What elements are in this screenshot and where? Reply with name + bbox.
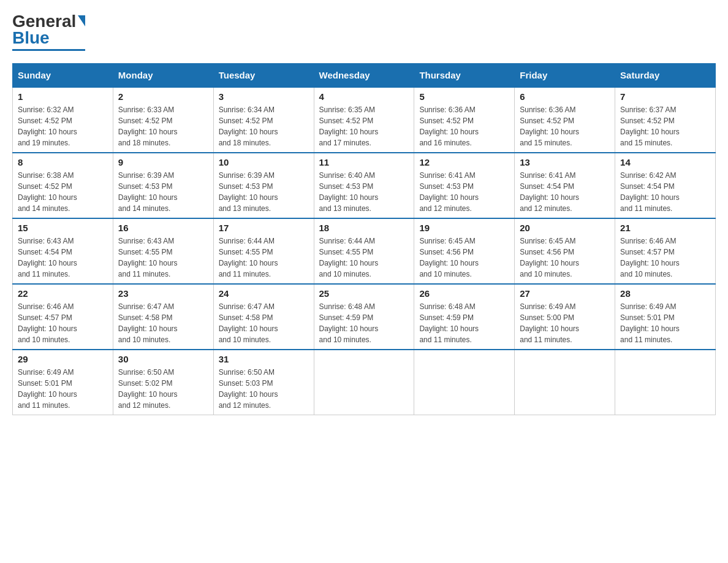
calendar-day-8: 8 Sunrise: 6:38 AM Sunset: 4:52 PM Dayli…: [13, 153, 113, 218]
day-number: 18: [319, 223, 409, 233]
day-info: Sunrise: 6:35 AM Sunset: 4:52 PM Dayligh…: [319, 104, 409, 148]
day-info: Sunrise: 6:49 AM Sunset: 5:00 PM Dayligh…: [520, 301, 610, 345]
day-info: Sunrise: 6:36 AM Sunset: 4:52 PM Dayligh…: [520, 104, 610, 148]
day-number: 17: [219, 223, 309, 233]
calendar-week-row: 22 Sunrise: 6:46 AM Sunset: 4:57 PM Dayl…: [13, 284, 716, 350]
calendar-day-11: 11 Sunrise: 6:40 AM Sunset: 4:53 PM Dayl…: [314, 153, 414, 218]
header-friday: Friday: [515, 63, 615, 87]
header-sunday: Sunday: [13, 63, 113, 87]
day-info: Sunrise: 6:33 AM Sunset: 4:52 PM Dayligh…: [118, 104, 208, 148]
calendar-day-30: 30 Sunrise: 6:50 AM Sunset: 5:02 PM Dayl…: [113, 350, 213, 415]
calendar-day-1: 1 Sunrise: 6:32 AM Sunset: 4:52 PM Dayli…: [13, 87, 113, 153]
day-number: 12: [419, 157, 509, 167]
calendar-day-14: 14 Sunrise: 6:42 AM Sunset: 4:54 PM Dayl…: [615, 153, 716, 218]
calendar-day-16: 16 Sunrise: 6:43 AM Sunset: 4:55 PM Dayl…: [113, 218, 213, 284]
calendar-week-row: 8 Sunrise: 6:38 AM Sunset: 4:52 PM Dayli…: [13, 153, 716, 218]
day-number: 22: [18, 288, 108, 299]
calendar-day-19: 19 Sunrise: 6:45 AM Sunset: 4:56 PM Dayl…: [414, 218, 515, 284]
calendar-week-row: 29 Sunrise: 6:49 AM Sunset: 5:01 PM Dayl…: [13, 350, 716, 415]
calendar-day-31: 31 Sunrise: 6:50 AM Sunset: 5:03 PM Dayl…: [213, 350, 314, 415]
day-number: 13: [520, 157, 610, 167]
day-number: 20: [520, 223, 610, 233]
calendar-week-row: 15 Sunrise: 6:43 AM Sunset: 4:54 PM Dayl…: [13, 218, 716, 284]
day-info: Sunrise: 6:38 AM Sunset: 4:52 PM Dayligh…: [18, 170, 108, 214]
calendar-day-2: 2 Sunrise: 6:33 AM Sunset: 4:52 PM Dayli…: [113, 87, 213, 153]
calendar-day-15: 15 Sunrise: 6:43 AM Sunset: 4:54 PM Dayl…: [13, 218, 113, 284]
calendar-day-17: 17 Sunrise: 6:44 AM Sunset: 4:55 PM Dayl…: [213, 218, 314, 284]
calendar-day-5: 5 Sunrise: 6:36 AM Sunset: 4:52 PM Dayli…: [414, 87, 515, 153]
page-header: General Blue: [12, 12, 716, 51]
day-number: 10: [219, 157, 309, 167]
day-number: 15: [18, 223, 108, 233]
day-number: 6: [520, 91, 610, 102]
day-number: 29: [18, 354, 108, 364]
calendar-day-7: 7 Sunrise: 6:37 AM Sunset: 4:52 PM Dayli…: [615, 87, 716, 153]
day-info: Sunrise: 6:50 AM Sunset: 5:03 PM Dayligh…: [219, 367, 309, 411]
calendar-table: SundayMondayTuesdayWednesdayThursdayFrid…: [12, 63, 716, 415]
day-info: Sunrise: 6:39 AM Sunset: 4:53 PM Dayligh…: [118, 170, 208, 214]
day-info: Sunrise: 6:46 AM Sunset: 4:57 PM Dayligh…: [620, 236, 710, 280]
day-info: Sunrise: 6:48 AM Sunset: 4:59 PM Dayligh…: [319, 301, 409, 345]
day-number: 14: [620, 157, 710, 167]
header-thursday: Thursday: [414, 63, 515, 87]
header-monday: Monday: [113, 63, 213, 87]
day-info: Sunrise: 6:50 AM Sunset: 5:02 PM Dayligh…: [118, 367, 208, 411]
day-number: 4: [319, 91, 409, 102]
day-info: Sunrise: 6:44 AM Sunset: 4:55 PM Dayligh…: [219, 236, 309, 280]
calendar-day-24: 24 Sunrise: 6:47 AM Sunset: 4:58 PM Dayl…: [213, 284, 314, 350]
logo-blue: Blue: [12, 29, 50, 48]
calendar-day-26: 26 Sunrise: 6:48 AM Sunset: 4:59 PM Dayl…: [414, 284, 515, 350]
day-info: Sunrise: 6:40 AM Sunset: 4:53 PM Dayligh…: [319, 170, 409, 214]
calendar-day-20: 20 Sunrise: 6:45 AM Sunset: 4:56 PM Dayl…: [515, 218, 615, 284]
empty-cell: [314, 350, 414, 415]
day-info: Sunrise: 6:42 AM Sunset: 4:54 PM Dayligh…: [620, 170, 710, 214]
day-number: 28: [620, 288, 710, 299]
calendar-day-27: 27 Sunrise: 6:49 AM Sunset: 5:00 PM Dayl…: [515, 284, 615, 350]
day-number: 23: [118, 288, 208, 299]
day-info: Sunrise: 6:32 AM Sunset: 4:52 PM Dayligh…: [18, 104, 108, 148]
day-info: Sunrise: 6:41 AM Sunset: 4:54 PM Dayligh…: [520, 170, 610, 214]
day-number: 3: [219, 91, 309, 102]
calendar-day-25: 25 Sunrise: 6:48 AM Sunset: 4:59 PM Dayl…: [314, 284, 414, 350]
calendar-day-18: 18 Sunrise: 6:44 AM Sunset: 4:55 PM Dayl…: [314, 218, 414, 284]
calendar-day-10: 10 Sunrise: 6:39 AM Sunset: 4:53 PM Dayl…: [213, 153, 314, 218]
day-number: 21: [620, 223, 710, 233]
header-tuesday: Tuesday: [213, 63, 314, 87]
calendar-day-4: 4 Sunrise: 6:35 AM Sunset: 4:52 PM Dayli…: [314, 87, 414, 153]
day-info: Sunrise: 6:43 AM Sunset: 4:54 PM Dayligh…: [18, 236, 108, 280]
day-info: Sunrise: 6:49 AM Sunset: 5:01 PM Dayligh…: [18, 367, 108, 411]
day-number: 2: [118, 91, 208, 102]
calendar-week-row: 1 Sunrise: 6:32 AM Sunset: 4:52 PM Dayli…: [13, 87, 716, 153]
logo: General Blue: [12, 12, 85, 51]
calendar-day-21: 21 Sunrise: 6:46 AM Sunset: 4:57 PM Dayl…: [615, 218, 716, 284]
day-number: 25: [319, 288, 409, 299]
calendar-day-23: 23 Sunrise: 6:47 AM Sunset: 4:58 PM Dayl…: [113, 284, 213, 350]
day-info: Sunrise: 6:45 AM Sunset: 4:56 PM Dayligh…: [419, 236, 509, 280]
day-number: 5: [419, 91, 509, 102]
day-number: 16: [118, 223, 208, 233]
day-info: Sunrise: 6:43 AM Sunset: 4:55 PM Dayligh…: [118, 236, 208, 280]
day-info: Sunrise: 6:45 AM Sunset: 4:56 PM Dayligh…: [520, 236, 610, 280]
day-info: Sunrise: 6:46 AM Sunset: 4:57 PM Dayligh…: [18, 301, 108, 345]
calendar-day-22: 22 Sunrise: 6:46 AM Sunset: 4:57 PM Dayl…: [13, 284, 113, 350]
day-number: 1: [18, 91, 108, 102]
day-number: 31: [219, 354, 309, 364]
day-info: Sunrise: 6:39 AM Sunset: 4:53 PM Dayligh…: [219, 170, 309, 214]
day-number: 11: [319, 157, 409, 167]
header-wednesday: Wednesday: [314, 63, 414, 87]
day-number: 24: [219, 288, 309, 299]
calendar-day-13: 13 Sunrise: 6:41 AM Sunset: 4:54 PM Dayl…: [515, 153, 615, 218]
empty-cell: [414, 350, 515, 415]
day-info: Sunrise: 6:47 AM Sunset: 4:58 PM Dayligh…: [118, 301, 208, 345]
calendar-day-9: 9 Sunrise: 6:39 AM Sunset: 4:53 PM Dayli…: [113, 153, 213, 218]
day-info: Sunrise: 6:34 AM Sunset: 4:52 PM Dayligh…: [219, 104, 309, 148]
calendar-header-row: SundayMondayTuesdayWednesdayThursdayFrid…: [13, 63, 716, 87]
calendar-day-6: 6 Sunrise: 6:36 AM Sunset: 4:52 PM Dayli…: [515, 87, 615, 153]
logo-triangle-icon: [78, 15, 85, 26]
day-number: 27: [520, 288, 610, 299]
day-number: 26: [419, 288, 509, 299]
calendar-day-28: 28 Sunrise: 6:49 AM Sunset: 5:01 PM Dayl…: [615, 284, 716, 350]
day-number: 7: [620, 91, 710, 102]
logo-underline: [12, 49, 85, 51]
day-info: Sunrise: 6:48 AM Sunset: 4:59 PM Dayligh…: [419, 301, 509, 345]
